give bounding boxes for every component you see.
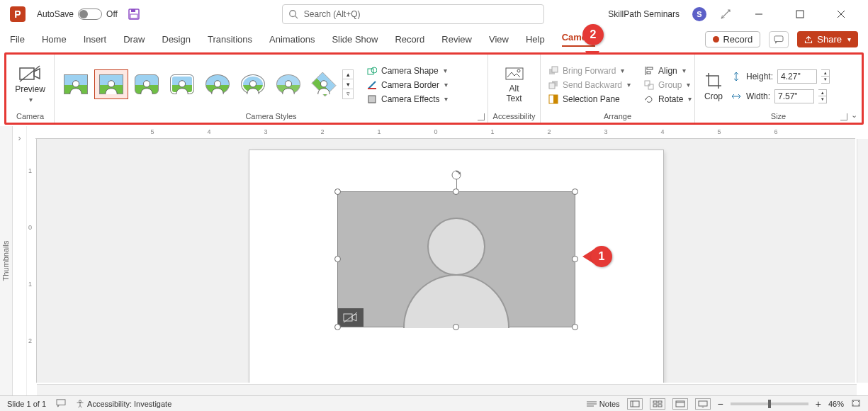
comments-button[interactable] [769,31,789,48]
account-avatar-icon[interactable]: S [692,7,706,21]
selection-pane-button[interactable]: Selection Pane [545,94,633,105]
svg-point-14 [143,80,150,86]
zoom-in-button[interactable]: + [816,398,821,410]
style-thumb-8[interactable] [307,69,341,99]
toggle-switch[interactable] [78,9,102,20]
height-spinner[interactable]: ▴▾ [821,69,830,84]
style-thumb-4[interactable] [165,69,199,99]
ruler-tick: 2 [539,128,560,135]
alt-text-button[interactable]: Alt Text [498,67,531,103]
horizontal-scrollbar[interactable] [37,384,857,395]
tab-home[interactable]: Home [42,34,67,45]
svg-point-21 [371,67,377,73]
zoom-value[interactable]: 46% [828,400,844,408]
camera-border-button[interactable]: Camera Border▾ [363,79,451,91]
preview-button[interactable]: Preview ▾ [11,64,50,103]
send-backward-button[interactable]: Send Backward▾ [545,79,633,91]
border-icon [366,79,378,91]
svg-rect-2 [130,14,137,18]
ruler-tick: 5 [709,128,730,135]
maximize-button[interactable] [786,4,814,25]
height-input[interactable]: 4.27" [777,69,817,84]
tab-help[interactable]: Help [526,34,545,45]
group-button[interactable]: Group▾ [641,79,694,91]
gallery-down-icon[interactable]: ▾ [343,79,353,89]
accessibility-status[interactable]: Accessibility: Investigate [76,400,171,408]
tab-view[interactable]: View [489,34,509,45]
send-backward-label: Send Backward [563,80,622,90]
tab-record[interactable]: Record [395,34,424,45]
gallery-up-icon[interactable]: ▴ [343,70,353,80]
slideshow-view-button[interactable] [695,398,711,410]
tab-file[interactable]: File [10,34,25,45]
crop-button[interactable]: Crop [699,72,728,101]
notes-button[interactable]: Notes [587,400,620,408]
reading-view-button[interactable] [672,398,688,410]
width-spinner[interactable]: ▴▾ [818,89,827,103]
resize-handle[interactable] [453,188,459,195]
tab-animations[interactable]: Animations [269,34,315,45]
gallery-more-icon[interactable]: ▿ [343,89,353,98]
language-icon[interactable] [56,399,66,409]
editor-area: Thumbnails › 5 4 3 2 1 0 1 2 3 4 5 6 1 0… [0,126,868,395]
resize-handle[interactable] [572,188,578,195]
ribbon-collapse-button[interactable]: ⌄ [851,111,857,120]
tab-review[interactable]: Review [441,34,472,45]
resize-handle[interactable] [572,324,578,330]
zoom-out-button[interactable]: − [718,398,723,410]
tab-slideshow[interactable]: Slide Show [332,34,378,45]
chevron-down-icon: ▾ [444,81,448,89]
tab-insert[interactable]: Insert [84,34,107,45]
chevron-down-icon: ▾ [688,95,692,103]
resize-handle[interactable] [334,188,341,195]
align-icon [643,65,655,77]
tab-draw[interactable]: Draw [123,34,145,45]
minimize-button[interactable] [745,4,773,25]
slide-sorter-button[interactable] [650,398,665,410]
style-thumb-7[interactable] [271,69,305,99]
slide-counter[interactable]: Slide 1 of 1 [7,400,46,408]
save-icon[interactable] [128,8,140,21]
gallery-scroll[interactable]: ▴ ▾ ▿ [342,69,354,99]
coming-soon-icon[interactable] [719,8,732,21]
record-button[interactable]: Record [705,31,760,47]
rotate-button[interactable]: Rotate▾ [641,94,694,105]
style-thumb-3[interactable] [130,69,164,99]
close-button[interactable] [827,4,855,25]
dialog-launcher-size[interactable] [840,113,847,120]
vertical-scrollbar[interactable] [857,139,868,383]
style-thumb-6[interactable] [236,69,270,99]
zoom-slider[interactable] [731,402,808,405]
resize-handle[interactable] [453,324,459,330]
width-input[interactable]: 7.57" [774,89,814,103]
account-name[interactable]: SkillPath Seminars [608,9,680,19]
style-thumb-2[interactable] [94,69,128,99]
camera-effects-button[interactable]: Camera Effects▾ [363,94,451,105]
thumbnails-pane-collapsed[interactable]: Thumbnails [0,126,13,395]
rotate-handle[interactable] [451,169,462,181]
slide-canvas[interactable] [37,139,855,383]
resize-handle[interactable] [572,256,578,262]
autosave-toggle[interactable]: AutoSave Off [37,9,118,20]
svg-rect-45 [631,401,639,407]
share-button[interactable]: Share ▾ [797,31,858,47]
bring-forward-label: Bring Forward [563,66,616,76]
style-thumb-5[interactable] [201,69,235,99]
fit-to-window-button[interactable] [851,399,861,409]
align-button[interactable]: Align▾ [641,65,694,77]
svg-rect-40 [57,399,65,405]
cameo-placeholder[interactable] [337,191,575,327]
dialog-launcher-styles[interactable] [478,113,485,120]
thumbnails-expand-button[interactable]: › [13,126,27,395]
camera-styles-gallery[interactable]: ▴ ▾ ▿ [59,69,354,99]
resize-handle[interactable] [334,324,341,330]
tab-transitions[interactable]: Transitions [208,34,252,45]
camera-shape-button[interactable]: Camera Shape▾ [363,65,451,77]
style-thumb-1[interactable] [59,69,93,99]
search-input[interactable]: Search (Alt+Q) [282,4,544,24]
resize-handle[interactable] [334,256,341,262]
tab-design[interactable]: Design [162,34,191,45]
group-label-camera: Camera [6,111,54,123]
normal-view-button[interactable] [627,398,643,410]
bring-forward-button[interactable]: Bring Forward▾ [545,65,633,77]
